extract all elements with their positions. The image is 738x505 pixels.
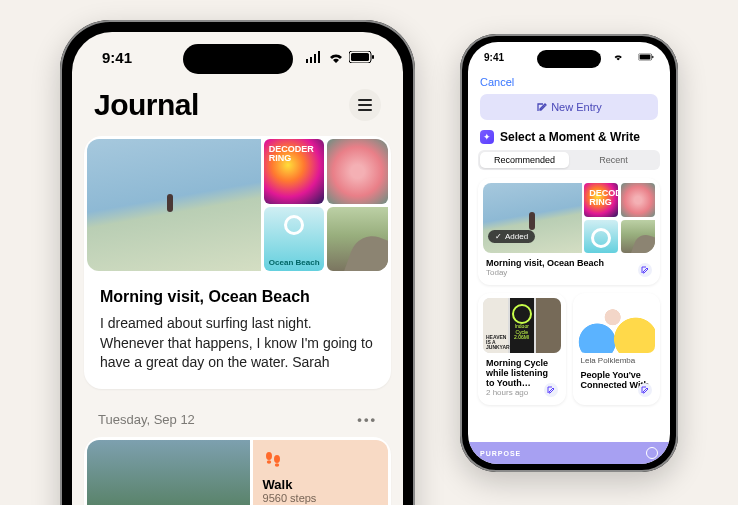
- dynamic-island: [537, 50, 601, 68]
- workout-tile-indoor-cycle: [510, 298, 535, 353]
- bottom-bar[interactable]: PURPOSE: [468, 442, 670, 464]
- write-icon[interactable]: [638, 263, 652, 277]
- new-entry-button[interactable]: New Entry: [480, 94, 658, 120]
- activity-label: Walk: [263, 477, 378, 492]
- wifi-icon: [613, 53, 623, 60]
- check-icon: ✓: [495, 232, 502, 241]
- svg-rect-1: [351, 53, 369, 61]
- contact-photo: [578, 298, 656, 353]
- svg-rect-2: [372, 55, 374, 59]
- date-section-header: Tuesday, Sep 12 •••: [84, 401, 391, 437]
- landscape-photo[interactable]: [87, 440, 250, 505]
- section-title: Select a Moment & Write: [500, 130, 640, 144]
- road-photo: [621, 220, 655, 254]
- album-art-heaven-junkyard: [483, 298, 508, 353]
- status-time: 9:41: [484, 52, 504, 63]
- footsteps-icon: [263, 450, 378, 475]
- moment-timestamp: Today: [486, 268, 652, 277]
- more-button[interactable]: •••: [357, 412, 377, 427]
- entry-title: Morning visit, Ocean Beach: [100, 288, 375, 306]
- battery-icon: [349, 51, 375, 63]
- segmented-control[interactable]: Recommended Recent: [478, 150, 660, 170]
- svg-point-4: [266, 460, 270, 463]
- activity-steps: 9560 steps: [263, 492, 378, 504]
- entry-body: I dreamed about surfing last night. When…: [100, 314, 375, 373]
- contact-name: Lela Polklemba: [581, 356, 653, 365]
- entry-media-grid: Ocean Beach: [84, 136, 391, 274]
- write-icon[interactable]: [638, 383, 652, 397]
- dynamic-island: [183, 44, 293, 74]
- filter-menu-button[interactable]: [349, 89, 381, 121]
- moment-card[interactable]: Morning Cycle while listening to Youth… …: [478, 293, 566, 405]
- large-iphone-mockup: 9:41 Journal: [60, 20, 415, 505]
- cellular-icon: [305, 51, 323, 63]
- section-header: ✦ Select a Moment & Write: [468, 120, 670, 150]
- segment-recent[interactable]: Recent: [569, 152, 658, 168]
- bottom-bar-label: PURPOSE: [480, 450, 521, 457]
- compose-icon: [536, 102, 547, 113]
- shell-photo[interactable]: [327, 139, 388, 204]
- svg-rect-8: [640, 55, 651, 60]
- podcast-art-decoder-ring: [584, 183, 618, 217]
- moment-title: Morning visit, Ocean Beach: [486, 258, 652, 268]
- write-icon[interactable]: [544, 383, 558, 397]
- segment-recommended[interactable]: Recommended: [480, 152, 569, 168]
- small-iphone-mockup: 9:41 Cancel New Entry ✦ Select a Moment …: [460, 34, 678, 472]
- svg-point-6: [274, 463, 278, 466]
- page-title: Journal: [94, 88, 199, 122]
- journal-entry-card[interactable]: Ocean Beach Morning visit, Ocean Beach I…: [84, 136, 391, 389]
- album-art-prizefighter: [536, 298, 561, 353]
- shell-photo: [621, 183, 655, 217]
- moment-card[interactable]: ✓ Added Morning visit, Ocean Beach Today: [478, 178, 660, 285]
- status-time: 9:41: [102, 49, 132, 66]
- journal-entry-card[interactable]: Walk 9560 steps: [84, 437, 391, 505]
- location-tile-ocean-beach[interactable]: Ocean Beach: [264, 207, 325, 272]
- moment-card[interactable]: Lela Polklemba People You've Connected W…: [573, 293, 661, 405]
- location-tile-ocean-beach: [584, 220, 618, 254]
- beach-photo[interactable]: [87, 139, 261, 271]
- refresh-icon[interactable]: [646, 447, 658, 459]
- activity-tile-walk[interactable]: Walk 9560 steps: [253, 440, 388, 505]
- road-photo[interactable]: [327, 207, 388, 272]
- svg-rect-9: [652, 56, 653, 58]
- svg-point-3: [266, 452, 272, 460]
- wifi-icon: [328, 51, 344, 63]
- battery-icon: [638, 53, 654, 60]
- added-badge: ✓ Added: [488, 230, 535, 243]
- svg-point-5: [274, 455, 280, 463]
- cancel-button[interactable]: Cancel: [480, 72, 514, 94]
- podcast-art-decoder-ring[interactable]: [264, 139, 325, 204]
- sparkle-icon: ✦: [480, 130, 494, 144]
- section-date: Tuesday, Sep 12: [98, 412, 195, 427]
